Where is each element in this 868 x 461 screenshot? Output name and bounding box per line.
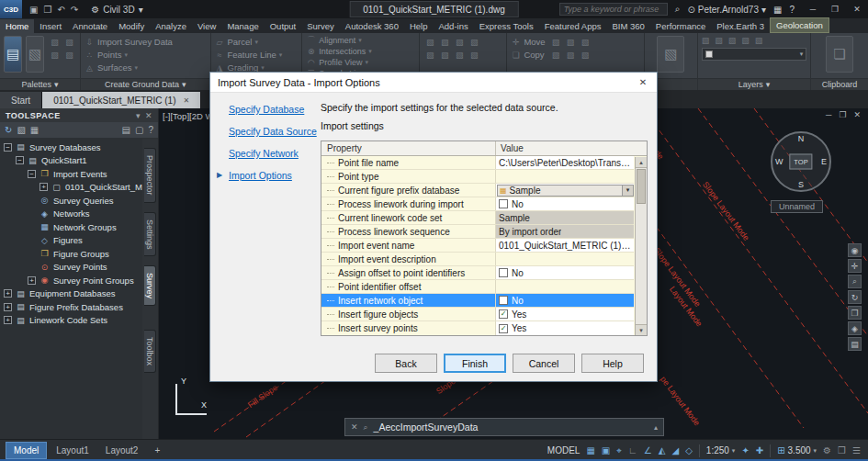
tab-featured-apps[interactable]: Featured Apps <box>539 19 607 33</box>
zoom-icon[interactable]: ⌕ <box>848 275 862 288</box>
table-row[interactable]: Import event description <box>321 253 634 266</box>
clean-screen-button[interactable]: ❒ <box>838 445 846 455</box>
help-icon[interactable]: ? <box>789 5 795 15</box>
pan-icon[interactable]: ✛ <box>848 259 862 273</box>
isometric-drafting-toggle[interactable]: ◭ <box>659 445 666 455</box>
modify-tool-icon[interactable]: ▧ <box>564 36 578 48</box>
view-compass[interactable]: N S W E TOP <box>771 131 831 192</box>
tab-view[interactable]: View <box>192 19 221 33</box>
tab-autodesk-360[interactable]: Autodesk 360 <box>340 19 404 33</box>
workspace-switcher[interactable]: ⚙ Civil 3D ▾ <box>85 5 148 15</box>
tab-toolbox[interactable]: Toolbox <box>144 330 156 373</box>
application-menu-button[interactable]: C3D <box>0 0 22 18</box>
compass-east-label[interactable]: E <box>821 157 827 166</box>
toolspace-toolbar-icon[interactable]: ▧ <box>17 125 25 135</box>
survey-figure-line[interactable] <box>643 108 868 413</box>
layout1-tab[interactable]: Layout1 <box>49 443 96 458</box>
toolspace-toolbar-icon[interactable]: ▤ <box>122 125 130 135</box>
step-specify-data-source[interactable]: Specify Data Source <box>229 126 317 137</box>
table-row[interactable]: Insert survey points ✓Yes <box>321 321 634 335</box>
toolspace-toolbar-icon[interactable]: ▦ <box>30 125 39 135</box>
import-event-name-value[interactable]: 0101_QuickStart_METRIC (1).txt <box>499 241 631 251</box>
tab-geolocation[interactable]: Geolocation <box>770 17 829 33</box>
scroll-down-icon[interactable]: ▾ <box>636 324 647 335</box>
layer-tool-icon[interactable]: ▧ <box>755 36 763 45</box>
close-button[interactable]: ✕ <box>846 0 868 18</box>
tab-manage[interactable]: Manage <box>221 19 264 33</box>
properties-palette-button[interactable]: ▧ <box>26 36 44 73</box>
palette-tool-icon[interactable]: ▧ <box>48 49 62 61</box>
tab-drawing[interactable]: 0101_QuickStart_METRIC (1)✕ <box>42 92 201 108</box>
checkbox-unchecked[interactable] <box>499 268 508 277</box>
expand-icon[interactable]: + <box>39 183 48 191</box>
palette-tool-icon[interactable]: ▧ <box>62 36 76 48</box>
annotation-button[interactable]: ▧ <box>657 36 684 73</box>
tree-item-import-event-file[interactable]: +▢0101_QuickStart_M... <box>0 181 142 195</box>
table-row[interactable]: Process linework during import No <box>321 197 634 211</box>
tree-item-equipment-databases[interactable]: +▤Equipment Databases <box>0 287 142 301</box>
command-text[interactable]: _AeccImportSurveyData <box>374 422 648 433</box>
workspace-gear-icon[interactable]: ⚙ <box>823 445 831 455</box>
grid-display-toggle[interactable]: ▦ <box>586 445 594 455</box>
customization-menu-button[interactable]: ☰ <box>852 445 861 455</box>
draw-tool-icon[interactable]: ▧ <box>438 49 452 61</box>
tab-plex-earth[interactable]: Plex.Earth 3 <box>711 19 770 33</box>
showmotion-icon[interactable]: ❐ <box>848 306 862 320</box>
tab-help[interactable]: Help <box>404 19 434 33</box>
step-specify-network[interactable]: Specify Network <box>229 148 299 159</box>
new-layout-button[interactable]: + <box>147 443 167 458</box>
tab-settings[interactable]: Settings <box>144 212 156 257</box>
compass-south-label[interactable]: S <box>798 180 804 189</box>
linework-sequence-value[interactable]: By import order <box>499 227 561 237</box>
draw-tool-icon[interactable]: ▧ <box>438 36 452 48</box>
model-space-button[interactable]: MODEL <box>547 445 581 455</box>
draw-tool-icon[interactable]: ▧ <box>468 36 481 48</box>
hatch-spacing-control[interactable]: ⊞3.500▾ <box>777 445 817 455</box>
object-snap-toggle[interactable]: ◇ <box>685 445 693 455</box>
tab-output[interactable]: Output <box>265 19 302 33</box>
collapse-icon[interactable]: − <box>4 143 12 152</box>
plot-icon[interactable]: ❐ <box>43 5 51 15</box>
scroll-up-icon[interactable]: ▴ <box>636 157 647 168</box>
modify-tool-icon[interactable]: ▧ <box>564 49 578 61</box>
parcel-button[interactable]: ▱Parcel▾ <box>215 36 283 48</box>
tab-performance[interactable]: Performance <box>650 19 711 33</box>
toolspace-button[interactable]: ▤ <box>4 36 22 73</box>
close-tab-icon[interactable]: ✕ <box>184 96 190 105</box>
tree-item-survey-point-groups[interactable]: +◉Survey Point Groups <box>0 274 142 287</box>
toolspace-toolbar-icon[interactable]: ↻ <box>5 125 12 135</box>
snap-mode-toggle[interactable]: ▣ <box>602 445 610 455</box>
minimize-drawing-icon[interactable]: ─ <box>826 110 831 119</box>
tree-item-import-events[interactable]: −❒Import Events <box>0 167 142 181</box>
feature-line-button[interactable]: ≈Feature Line▾ <box>215 49 283 61</box>
tree-item-figure-prefix-databases[interactable]: +▤Figure Prefix Databases <box>0 300 142 314</box>
tab-survey[interactable]: Survey <box>301 19 340 33</box>
checkbox-unchecked[interactable] <box>499 199 508 208</box>
annotation-visibility-toggle[interactable]: ✦ <box>741 445 749 455</box>
tree-item-survey-points[interactable]: ⊙Survey Points <box>0 261 142 275</box>
tab-start[interactable]: Start <box>0 92 42 108</box>
tab-bim-360[interactable]: BIM 360 <box>606 19 649 33</box>
annotation-scale-control[interactable]: 1:250▾ <box>706 445 736 455</box>
checkbox-unchecked[interactable] <box>499 296 508 305</box>
table-row[interactable]: Point file name C:\Users\Peter\Desktop\T… <box>321 156 634 170</box>
compass-west-label[interactable]: W <box>775 157 783 166</box>
expand-icon[interactable]: + <box>4 289 12 298</box>
table-row[interactable]: Insert figure objects ✓Yes <box>321 308 634 321</box>
linework-code-set-value[interactable]: Sample <box>499 213 530 223</box>
draw-tool-icon[interactable]: ▧ <box>453 36 467 48</box>
signin-menu[interactable]: ⊙ Peter.Arnold73 ▾ <box>687 5 766 15</box>
draw-tool-icon[interactable]: ▧ <box>423 49 437 61</box>
navbar-more-icon[interactable]: ▤ <box>848 337 862 351</box>
modify-tool-icon[interactable]: ▧ <box>549 36 563 48</box>
model-tab[interactable]: Model <box>6 442 47 459</box>
object-snap-tracking-toggle[interactable]: ◢ <box>671 445 679 455</box>
layer-tool-icon[interactable]: ▧ <box>728 36 737 45</box>
command-search-icon[interactable]: ⌕ <box>364 422 368 433</box>
layout2-tab[interactable]: Layout2 <box>98 443 146 458</box>
checkbox-checked[interactable]: ✓ <box>499 309 508 319</box>
dropdown-arrow-button[interactable]: ▾ <box>623 185 634 197</box>
points-button[interactable]: ∴Points▾ <box>85 49 173 61</box>
collapse-icon[interactable]: − <box>28 170 36 178</box>
undo-icon[interactable]: ↶ <box>57 5 64 15</box>
